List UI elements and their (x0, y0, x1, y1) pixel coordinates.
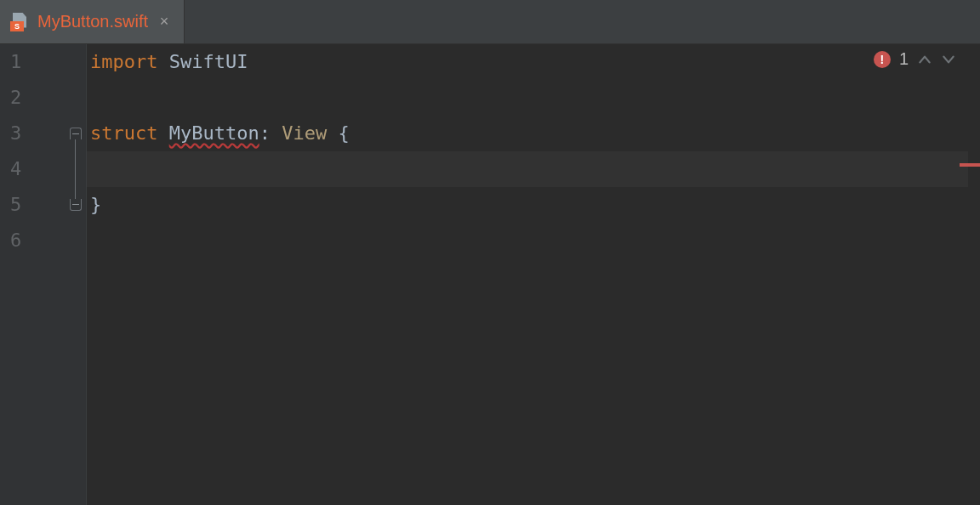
error-count: 1 (899, 49, 909, 69)
keyword-import: import (90, 51, 157, 72)
line-number[interactable]: 4 (0, 151, 44, 187)
error-stripe (968, 44, 980, 505)
module-name: SwiftUI (169, 51, 248, 72)
code-line-current[interactable] (87, 151, 968, 187)
line-number[interactable]: 2 (0, 80, 44, 116)
file-icon-badge: S (10, 21, 24, 31)
fold-start-icon[interactable] (70, 128, 82, 139)
tab-title: MyButton.swift (37, 12, 148, 31)
line-number[interactable]: 6 (0, 223, 44, 258)
code-line[interactable] (87, 223, 968, 258)
line-number[interactable]: 1 (0, 44, 44, 80)
code-line[interactable]: import SwiftUI (87, 44, 968, 80)
close-icon[interactable]: × (157, 14, 172, 30)
ide-root: S MyButton.swift × 1 2 3 4 5 6 (0, 0, 980, 505)
prev-highlight-icon[interactable] (917, 52, 932, 67)
error-marker[interactable] (960, 163, 980, 167)
struct-name: MyButton (169, 122, 259, 144)
code-line[interactable]: } (87, 187, 968, 223)
code-line[interactable] (87, 80, 968, 116)
keyword-struct: struct (90, 122, 157, 144)
editor-area: 1 2 3 4 5 6 import SwiftUI struct MyB (0, 44, 980, 505)
tab-bar: S MyButton.swift × (0, 0, 980, 44)
protocol-name: View (282, 122, 327, 144)
swift-file-icon: S (10, 13, 29, 31)
code-line[interactable]: struct MyButton: View { (87, 116, 968, 151)
diagnostics-bar: ! 1 (874, 49, 956, 69)
code-area[interactable]: import SwiftUI struct MyButton: View { }… (87, 44, 968, 505)
line-number[interactable]: 3 (0, 116, 44, 151)
gutter: 1 2 3 4 5 6 (0, 44, 87, 505)
line-number[interactable]: 5 (0, 187, 44, 223)
error-icon[interactable]: ! (874, 51, 891, 68)
fold-end-icon[interactable] (70, 199, 82, 211)
file-tab[interactable]: S MyButton.swift × (0, 0, 185, 43)
next-highlight-icon[interactable] (941, 52, 956, 67)
line-numbers: 1 2 3 4 5 6 (0, 44, 44, 258)
